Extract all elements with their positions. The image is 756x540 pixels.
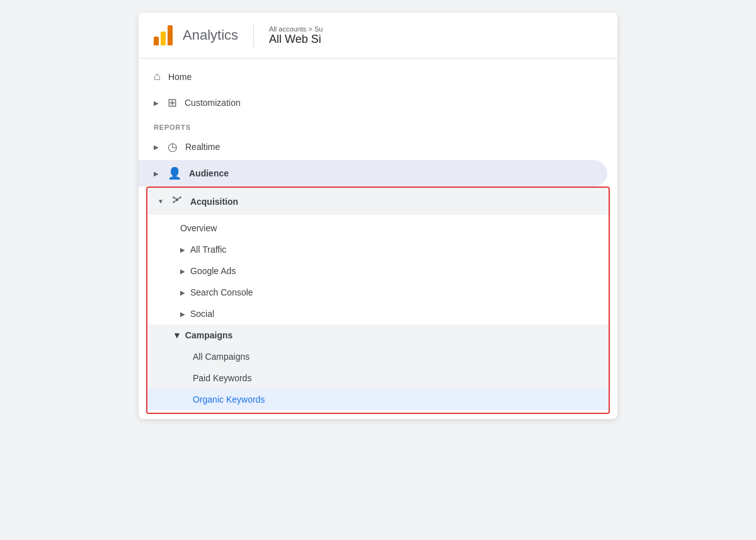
- google-ads-label: Google Ads: [190, 266, 236, 276]
- organic-keywords-label: Organic Keywords: [193, 394, 265, 405]
- sidebar-item-search-console[interactable]: ▶ Search Console: [147, 282, 609, 303]
- sidebar-item-organic-keywords[interactable]: Organic Keywords: [147, 389, 609, 410]
- sidebar-item-paid-keywords[interactable]: Paid Keywords: [147, 367, 609, 389]
- sidebar-item-social[interactable]: ▶ Social: [147, 303, 609, 325]
- sidebar-item-all-campaigns[interactable]: All Campaigns: [147, 346, 609, 367]
- social-label: Social: [190, 309, 214, 319]
- all-campaigns-label: All Campaigns: [193, 352, 249, 362]
- sidebar-item-customization-label: Customization: [185, 98, 241, 108]
- realtime-icon: ◷: [168, 140, 178, 154]
- breadcrumb: All accounts > Su All Web Si: [269, 25, 323, 46]
- chevron-right-icon: ▶: [180, 289, 185, 296]
- analytics-logo: [154, 25, 173, 45]
- acquisition-section: ▼ Acquisition Overv: [146, 187, 610, 414]
- header: Analytics All accounts > Su All Web Si: [139, 13, 617, 59]
- sidebar-item-home[interactable]: ⌂ Home: [139, 64, 607, 89]
- sidebar-item-realtime-label: Realtime: [185, 142, 220, 152]
- acquisition-label: Acquisition: [190, 197, 238, 207]
- acquisition-icon: [171, 194, 183, 209]
- reports-section-label: REPORTS: [139, 116, 617, 134]
- sidebar-item-home-label: Home: [168, 72, 192, 82]
- sidebar-item-overview[interactable]: Overview: [147, 217, 609, 239]
- search-console-label: Search Console: [190, 287, 253, 297]
- sidebar-item-audience-label: Audience: [189, 168, 229, 178]
- campaigns-section: ▼ Campaigns All Campaigns Paid Keywords …: [147, 325, 609, 410]
- sidebar-item-realtime[interactable]: ▶ ◷ Realtime: [139, 134, 607, 160]
- all-traffic-label: All Traffic: [190, 244, 226, 255]
- svg-point-4: [173, 197, 175, 198]
- breadcrumb-top: All accounts > Su: [269, 25, 323, 33]
- paid-keywords-label: Paid Keywords: [193, 373, 251, 383]
- campaigns-sub-items: All Campaigns Paid Keywords Organic Keyw…: [147, 346, 609, 410]
- acquisition-sub-items: Overview ▶ All Traffic ▶ Google Ads ▶ Se…: [147, 215, 609, 413]
- customization-icon: ⊞: [168, 96, 177, 110]
- chevron-right-icon: ▶: [180, 311, 185, 318]
- chevron-down-icon: ▼: [173, 330, 181, 340]
- breadcrumb-main: All Web Si: [269, 33, 323, 46]
- logo-bar-2: [161, 32, 166, 45]
- sidebar-item-google-ads[interactable]: ▶ Google Ads: [147, 260, 609, 282]
- sidebar-item-audience[interactable]: ▶ 👤 Audience: [139, 160, 607, 187]
- sidebar-item-customization[interactable]: ▶ ⊞ Customization: [139, 89, 607, 116]
- chevron-right-icon: ▶: [180, 246, 185, 253]
- app-title: Analytics: [183, 27, 238, 43]
- sidebar-item-campaigns[interactable]: ▼ Campaigns: [147, 325, 609, 346]
- main-container: Analytics All accounts > Su All Web Si ⌂…: [139, 13, 617, 419]
- chevron-right-icon: ▶: [180, 268, 185, 275]
- chevron-down-icon: ▼: [158, 198, 164, 205]
- overview-label: Overview: [180, 223, 217, 233]
- chevron-right-icon: ▶: [154, 170, 159, 177]
- chevron-right-icon: ▶: [154, 144, 159, 151]
- campaigns-label: Campaigns: [185, 330, 232, 340]
- sidebar-item-acquisition[interactable]: ▼ Acquisition: [147, 188, 609, 215]
- home-icon: ⌂: [154, 70, 161, 83]
- sidebar-item-all-traffic[interactable]: ▶ All Traffic: [147, 239, 609, 260]
- sidebar-nav: ⌂ Home ▶ ⊞ Customization REPORTS ▶ ◷ Rea…: [139, 59, 617, 419]
- header-divider: [253, 24, 254, 47]
- audience-icon: 👤: [168, 166, 181, 180]
- logo-bar-1: [154, 37, 159, 45]
- svg-point-5: [180, 197, 181, 198]
- svg-point-6: [173, 201, 175, 203]
- logo-bar-3: [168, 25, 173, 45]
- chevron-right-icon: ▶: [154, 100, 159, 106]
